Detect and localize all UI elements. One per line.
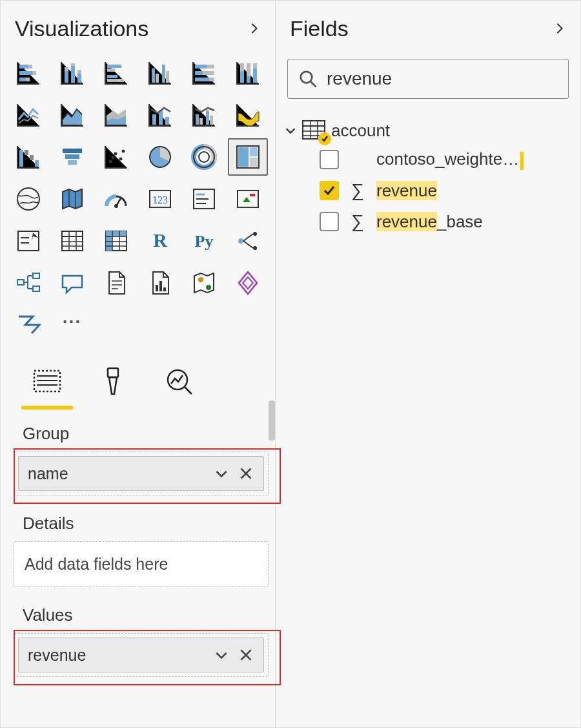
field-wells: Group name Details Add data fields here … <box>1 404 275 695</box>
line-chart-icon[interactable] <box>8 96 48 134</box>
svg-rect-28 <box>247 63 250 76</box>
svg-point-54 <box>194 147 214 167</box>
table-icon[interactable] <box>52 222 92 260</box>
stacked-bar-chart-icon[interactable] <box>8 54 48 92</box>
svg-line-112 <box>185 387 192 394</box>
format-tab[interactable] <box>90 358 136 404</box>
details-dropzone[interactable]: Add data fields here <box>14 541 269 587</box>
field-checkbox[interactable] <box>320 150 339 169</box>
line-stacked-column-chart-icon[interactable] <box>140 96 180 134</box>
kpi-icon[interactable] <box>228 180 268 218</box>
analytics-tab[interactable] <box>156 358 202 404</box>
matrix-icon[interactable] <box>96 222 136 260</box>
fields-tab[interactable] <box>24 358 70 404</box>
svg-text:R: R <box>153 229 167 251</box>
field-name: revenue <box>376 181 437 201</box>
chevron-down-icon[interactable] <box>213 647 230 663</box>
visualizations-pane: Visualizations 123 R <box>0 0 275 728</box>
svg-point-46 <box>108 160 112 163</box>
more-visuals-button[interactable]: ··· <box>52 306 92 344</box>
stacked-area-chart-icon[interactable] <box>96 96 136 134</box>
qna-icon[interactable] <box>52 264 92 302</box>
area-chart-icon[interactable] <box>52 96 92 134</box>
svg-rect-44 <box>65 154 79 159</box>
map-icon[interactable] <box>8 180 48 218</box>
arcgis-map-icon[interactable] <box>184 264 224 302</box>
treemap-chart-icon[interactable] <box>228 138 268 176</box>
line-clustered-column-chart-icon[interactable] <box>184 96 224 134</box>
card-icon[interactable]: 123 <box>140 180 180 218</box>
waterfall-chart-icon[interactable] <box>8 138 48 176</box>
field-item-revenue[interactable]: ∑ revenue <box>280 175 576 206</box>
field-checkbox[interactable] <box>320 181 339 200</box>
search-input[interactable] <box>327 68 558 89</box>
ribbon-chart-icon[interactable] <box>228 96 268 134</box>
svg-rect-20 <box>195 65 207 68</box>
scatter-chart-icon[interactable] <box>96 138 136 176</box>
power-bi-report-icon[interactable] <box>140 264 180 302</box>
r-visual-icon[interactable]: R <box>140 222 180 260</box>
svg-point-47 <box>114 152 117 156</box>
multi-row-card-icon[interactable] <box>184 180 224 218</box>
svg-rect-29 <box>247 76 250 83</box>
svg-rect-10 <box>77 74 81 83</box>
group-dropzone[interactable]: name <box>14 452 269 495</box>
svg-rect-82 <box>106 231 112 251</box>
svg-point-111 <box>168 370 187 390</box>
sigma-icon: ∑ <box>348 180 367 201</box>
field-name: revenue_base <box>376 212 483 232</box>
filled-map-icon[interactable] <box>52 180 92 218</box>
svg-rect-32 <box>152 114 156 125</box>
svg-rect-42 <box>35 160 39 167</box>
donut-chart-icon[interactable] <box>184 138 224 176</box>
values-field-chip[interactable]: revenue <box>18 638 264 672</box>
selected-badge-icon <box>318 132 331 145</box>
gauge-icon[interactable] <box>96 180 136 218</box>
svg-rect-27 <box>240 71 244 83</box>
python-visual-icon[interactable]: Py <box>184 222 224 260</box>
svg-rect-97 <box>33 286 39 291</box>
clustered-column-chart-icon[interactable] <box>140 54 180 92</box>
values-dropzone[interactable]: revenue <box>14 633 269 677</box>
decomposition-tree-icon[interactable] <box>8 264 48 302</box>
svg-rect-71 <box>18 231 39 251</box>
table-icon <box>301 120 327 141</box>
slicer-icon[interactable] <box>8 222 48 260</box>
svg-rect-58 <box>250 147 258 156</box>
wells-scrollbar[interactable] <box>269 400 275 441</box>
collapse-icon[interactable] <box>247 21 261 36</box>
svg-rect-96 <box>33 273 39 278</box>
svg-point-55 <box>199 152 209 162</box>
paginated-report-icon[interactable] <box>96 264 136 302</box>
svg-rect-39 <box>19 150 23 167</box>
svg-rect-37 <box>206 110 209 125</box>
clustered-bar-chart-icon[interactable] <box>96 54 136 92</box>
pie-chart-icon[interactable] <box>140 138 180 176</box>
group-field-chip[interactable]: name <box>18 456 264 491</box>
power-automate-icon[interactable] <box>8 306 48 344</box>
field-item-contoso-weighte[interactable]: ∑ contoso_weighte… <box>280 144 576 175</box>
svg-point-60 <box>17 188 39 210</box>
remove-field-icon[interactable] <box>238 465 254 482</box>
stacked-column-chart-icon[interactable] <box>52 54 92 92</box>
visualization-gallery: 123 R Py ··· <box>1 51 275 346</box>
funnel-chart-icon[interactable] <box>52 138 92 176</box>
svg-point-91 <box>253 232 257 236</box>
field-item-revenue-base[interactable]: ∑ revenue_base <box>280 206 576 237</box>
hundred-percent-column-chart-icon[interactable] <box>228 54 268 92</box>
values-well: Values revenue <box>14 605 269 677</box>
fields-pane: Fields account ∑ contoso_weighte… ∑ reve… <box>275 0 581 728</box>
field-checkbox[interactable] <box>320 212 339 231</box>
values-well-label: Values <box>14 605 269 625</box>
remove-field-icon[interactable] <box>238 647 254 663</box>
collapse-icon[interactable] <box>552 21 566 36</box>
svg-rect-23 <box>203 71 214 75</box>
power-apps-icon[interactable] <box>228 264 268 302</box>
table-node-account[interactable]: account <box>280 117 576 144</box>
chevron-down-icon[interactable] <box>213 465 230 482</box>
search-box[interactable] <box>287 59 569 99</box>
key-influencers-icon[interactable] <box>228 222 268 260</box>
hundred-percent-bar-chart-icon[interactable] <box>184 54 224 92</box>
svg-rect-31 <box>253 68 257 83</box>
visualizations-title: Visualizations <box>15 16 148 41</box>
